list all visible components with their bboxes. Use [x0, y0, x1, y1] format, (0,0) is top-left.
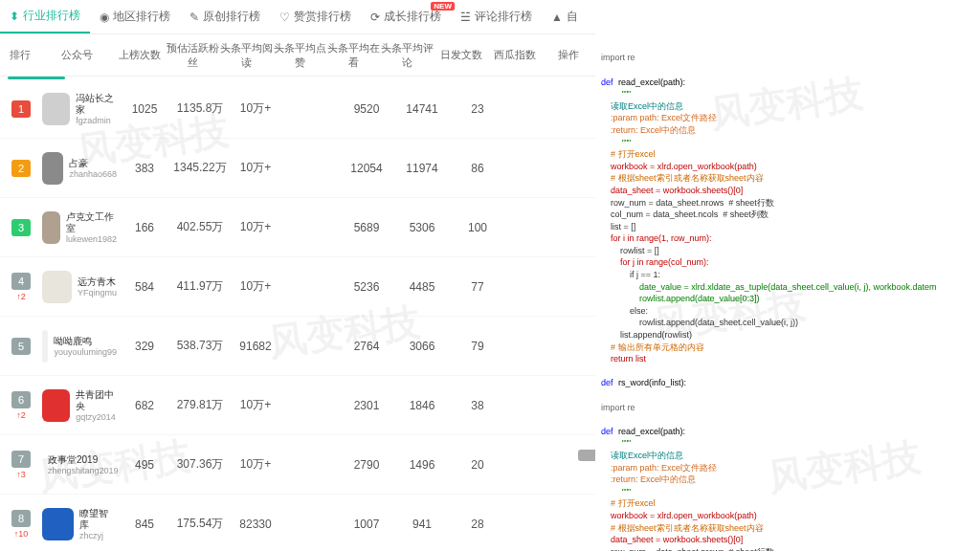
data-cell: 411.97万 — [172, 278, 228, 295]
account-sub: gqtzy2014 — [76, 412, 117, 422]
account-name: 呦呦鹿鸣 — [54, 336, 117, 347]
data-cell: 91682 — [228, 340, 283, 353]
account-cell[interactable]: 共青团中央gqtzy2014 — [42, 389, 117, 422]
account-cell[interactable]: 卢克文工作室lukewen1982 — [42, 211, 117, 244]
account-cell[interactable]: 冯站长之家fgzadmin — [42, 93, 117, 125]
nav-icon: ▲ — [551, 11, 563, 24]
data-cell: 166 — [117, 221, 172, 234]
account-cell[interactable]: 瞭望智库zhczyj — [42, 508, 117, 540]
nav-tab-成长排行榜[interactable]: ⟳成长排行榜NEW — [361, 0, 451, 33]
data-cell: 175.54万 — [172, 516, 228, 532]
data-cell: 86 — [450, 162, 505, 175]
table-header-cell: 操作 — [542, 48, 595, 62]
rank-badge: 7 — [11, 451, 31, 468]
account-name: 冯站长之家 — [76, 93, 117, 116]
account-cell[interactable]: 呦呦鹿鸣youyouluming99 — [42, 330, 117, 363]
code-line: import re — [601, 53, 635, 62]
data-cell: 5689 — [339, 221, 394, 234]
account-name: 卢克文工作室 — [66, 211, 117, 234]
account-cell[interactable]: 占豪zhanhao668 — [42, 152, 117, 185]
table-header-cell: 头条平均评论 — [381, 41, 434, 70]
data-cell: 845 — [117, 518, 172, 531]
account-name: 共青团中央 — [76, 389, 117, 412]
rank-badge: 2 — [11, 160, 31, 177]
nav-tab-行业排行榜[interactable]: ⬍行业排行榜 — [0, 0, 90, 33]
table-row[interactable]: 8 ↑10 瞭望智库zhczyj 845175.54万8233010079412… — [0, 495, 595, 551]
rank-delta: ↑10 — [14, 529, 29, 539]
account-name: 政事堂2019 — [48, 454, 119, 466]
table-row[interactable]: 1 冯站长之家fgzadmin 10251135.8万10万+952014741… — [0, 79, 595, 139]
data-cell: 2790 — [339, 458, 394, 472]
data-cell: 383 — [117, 162, 172, 175]
data-cell: 10万+ — [228, 219, 283, 235]
account-sub: zhanhao668 — [69, 169, 117, 179]
data-cell: 12054 — [339, 162, 394, 175]
rank-delta: ↑3 — [16, 470, 26, 479]
rank-cell: 7 ↑3 — [0, 451, 42, 479]
avatar — [42, 271, 72, 303]
nav-icon: ⟳ — [370, 11, 380, 24]
data-cell: 77 — [450, 280, 505, 294]
data-cell: 941 — [394, 518, 450, 531]
nav-icon: ⬍ — [10, 10, 19, 23]
code-editor[interactable]: 风变科技 风变科技 风变科技 import re def read_excel(… — [595, 0, 980, 551]
nav-tab-地区排行榜[interactable]: ◉地区排行榜 — [90, 0, 180, 33]
data-cell: 279.81万 — [172, 397, 228, 413]
avatar — [42, 330, 48, 363]
nav-tab-原创排行榜[interactable]: ✎原创排行榜 — [180, 0, 270, 33]
nav-tab-赞赏排行榜[interactable]: ♡赞赏排行榜 — [270, 0, 361, 33]
rank-cell: 8 ↑10 — [0, 510, 42, 539]
rank-badge: 8 — [11, 510, 31, 527]
data-cell: 82330 — [228, 518, 283, 531]
account-name: 瞭望智库 — [79, 508, 117, 531]
data-cell: 14741 — [394, 102, 450, 116]
data-cell: 1135.8万 — [172, 100, 228, 117]
table-header-cell: 头条平均阅读 — [220, 41, 274, 70]
data-cell: 1025 — [117, 102, 172, 116]
table-row[interactable]: 6 ↑2 共青团中央gqtzy2014 682279.81万10万+230118… — [0, 376, 595, 435]
table-row[interactable]: 2 占豪zhanhao668 3831345.22万10万+1205411974… — [0, 139, 595, 198]
back-to-top-button[interactable]: 返回顶部 — [578, 450, 595, 461]
rank-cell: 3 — [0, 219, 42, 236]
nav-tab-评论排行榜[interactable]: ☱评论排行榜 — [451, 0, 542, 33]
data-cell: 584 — [117, 280, 172, 294]
data-cell: 329 — [117, 340, 172, 353]
data-cell: 495 — [117, 458, 172, 472]
account-sub: zhczyj — [79, 531, 117, 540]
table-header-cell: 预估活跃粉丝 — [167, 41, 220, 70]
account-sub: fgzadmin — [76, 116, 117, 125]
rank-cell: 5 — [0, 338, 42, 355]
rank-badge: 1 — [11, 100, 31, 118]
rank-badge: 3 — [11, 219, 31, 236]
table-row[interactable]: 3 卢克文工作室lukewen1982 166402.55万10万+568953… — [0, 198, 595, 257]
table-row[interactable]: 4 ↑2 远方青木YFqingmu 584411.97万10万+52364485… — [0, 257, 595, 317]
data-cell: 10万+ — [228, 278, 283, 295]
avatar — [42, 508, 74, 540]
account-cell[interactable]: 政事堂2019zhengshitang2019 — [42, 449, 117, 481]
data-cell: 28 — [450, 518, 505, 531]
table-header-cell: 头条平均在看 — [327, 41, 381, 70]
table-header-cell: 日发文数 — [434, 48, 488, 62]
nav-tab-自[interactable]: ▲自 — [542, 0, 588, 33]
account-cell[interactable]: 远方青木YFqingmu — [42, 271, 117, 303]
avatar — [42, 152, 63, 185]
table-header-cell: 上榜次数 — [113, 48, 167, 62]
rank-cell: 6 ↑2 — [0, 391, 42, 420]
table-row[interactable]: 5 呦呦鹿鸣youyouluming99 329538.73万916822764… — [0, 317, 595, 376]
data-cell: 10万+ — [228, 456, 283, 473]
data-cell: 1496 — [394, 458, 450, 472]
data-cell: 10万+ — [228, 397, 283, 413]
account-sub: youyouluming99 — [54, 347, 117, 357]
account-sub: lukewen1982 — [66, 234, 117, 244]
nav-icon: ✎ — [189, 11, 199, 24]
table-header-cell: 头条平均点赞 — [274, 41, 327, 70]
table-row[interactable]: 7 ↑3 政事堂2019zhengshitang2019 495307.36万1… — [0, 435, 595, 495]
table-header-cell: 西瓜指数 — [488, 48, 542, 62]
rank-badge: 6 — [11, 391, 31, 408]
data-cell: 1007 — [339, 518, 394, 531]
data-cell: 402.55万 — [172, 219, 228, 235]
data-cell: 38 — [450, 399, 505, 412]
table-header-cell: 排行 — [0, 48, 41, 62]
account-name: 远方青木 — [78, 276, 117, 288]
rank-cell: 4 ↑2 — [0, 273, 42, 301]
